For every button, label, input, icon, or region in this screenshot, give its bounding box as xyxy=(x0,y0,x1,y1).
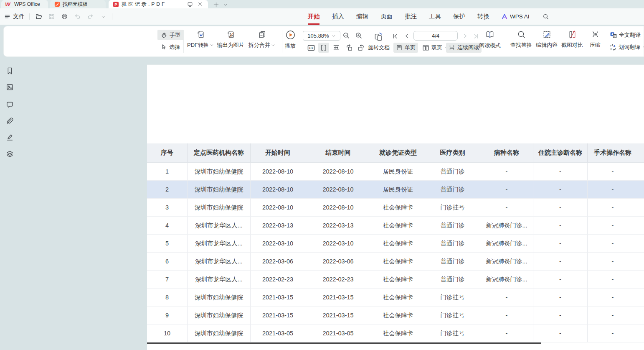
table-row: 5深圳市龙华区人...2022-03-102022-03-10社会保障卡普通门诊… xyxy=(147,235,644,253)
table-cell: - xyxy=(588,253,638,270)
zoom-level-select[interactable]: 105.88% xyxy=(303,31,340,41)
hand-tool-label: 手型 xyxy=(170,31,180,39)
prev-page-button[interactable] xyxy=(403,32,411,40)
rotate-left-button[interactable] xyxy=(344,43,355,53)
table-cell: - xyxy=(533,217,588,234)
select-tool-button[interactable]: 选择 xyxy=(157,42,184,52)
single-page-icon xyxy=(396,44,403,51)
table-row: 7深圳市龙华区人...2022-02-232022-02-23社会保障卡普通门诊… xyxy=(147,271,644,289)
menu-edit[interactable]: 编辑 xyxy=(356,12,369,21)
zoom-out-button[interactable] xyxy=(342,32,350,39)
replace-pages-button[interactable] xyxy=(373,31,384,42)
pdf-page[interactable]: 序号定点医药机构名称开始时间结束时间就诊凭证类型医疗类别病种名称住院主诊断名称手… xyxy=(147,64,644,350)
find-replace-button[interactable]: 查找替换 xyxy=(509,30,534,49)
actual-size-button[interactable]: 1:1 xyxy=(306,43,317,53)
tab-document-active[interactable]: P 就医记录.PDF xyxy=(109,0,208,8)
menu-insert[interactable]: 插入 xyxy=(332,12,345,21)
table-bottom-border xyxy=(147,342,541,344)
new-tab-button[interactable] xyxy=(212,1,220,8)
screenshot-compare-button[interactable]: 截图对比 xyxy=(560,30,585,49)
table-row: 3深圳市妇幼保健院2022-08-102022-08-10社会保障卡门诊挂号--… xyxy=(147,199,644,217)
menu-convert[interactable]: 转换 xyxy=(477,12,490,21)
zoom-in-button[interactable] xyxy=(355,32,363,39)
svg-text:P: P xyxy=(114,2,117,7)
thumbnail-icon[interactable] xyxy=(5,82,14,92)
bookmark-icon[interactable] xyxy=(5,66,14,75)
comment-icon[interactable] xyxy=(5,100,14,109)
wps-ai-button[interactable]: WPS AI xyxy=(501,13,530,20)
divider xyxy=(183,30,184,53)
zoom-in-icon xyxy=(355,32,363,39)
signature-icon[interactable] xyxy=(5,133,14,142)
read-mode-label: 阅读模式 xyxy=(479,42,501,49)
play-button[interactable]: 播放 xyxy=(279,30,301,50)
read-mode-button[interactable]: 阅读模式 xyxy=(478,30,502,49)
table-cell: 深圳市妇幼保健院 xyxy=(188,307,251,324)
column-header: 医疗类别 xyxy=(425,143,480,162)
close-icon[interactable] xyxy=(196,0,204,8)
redo-button[interactable] xyxy=(86,13,94,21)
word-translate-button[interactable]: Ax 划词翻译 xyxy=(606,42,644,52)
fit-width-icon xyxy=(332,44,340,51)
export-image-button[interactable]: 输出为图片 xyxy=(216,30,246,49)
rotate-document-button[interactable]: 旋转文档 xyxy=(365,43,392,53)
attachment-icon[interactable] xyxy=(5,116,14,125)
compress-button[interactable]: 压缩 xyxy=(586,30,605,49)
table-cell: 社会保障卡 xyxy=(371,199,425,216)
rotate-left-icon xyxy=(345,44,353,51)
search-icon[interactable] xyxy=(542,13,550,21)
table-cell: 社会保障卡 xyxy=(371,324,425,342)
menu-protect[interactable]: 保护 xyxy=(453,12,466,21)
table-cell: - xyxy=(533,163,588,180)
hand-tool-button[interactable]: 手型 xyxy=(157,30,184,40)
table-row: 4深圳市龙华区人...2022-03-132022-03-13社会保障卡普通门诊… xyxy=(147,217,644,235)
menu-page[interactable]: 页面 xyxy=(380,12,393,21)
menu-tools[interactable]: 工具 xyxy=(428,12,441,21)
quick-toolbar-chevron-icon[interactable] xyxy=(99,13,107,21)
table-cell: 深圳市妇幼保健院 xyxy=(188,289,251,306)
tab-list-chevron-icon[interactable] xyxy=(221,1,229,8)
window-icon[interactable] xyxy=(186,0,194,8)
table-cell: 门诊挂号 xyxy=(425,199,480,216)
chevron-down-icon xyxy=(210,43,214,47)
pdf-convert-label: PDF转换 xyxy=(187,41,209,49)
table-cell: 2021-03-05 xyxy=(251,324,305,342)
svg-text:x: x xyxy=(611,47,612,50)
table-header-row: 序号定点医药机构名称开始时间结束时间就诊凭证类型医疗类别病种名称住院主诊断名称手… xyxy=(147,143,644,163)
table-cell: 社会保障卡 xyxy=(371,289,425,306)
tab-docer-templates[interactable]: 找稻壳模板 xyxy=(50,0,106,8)
next-page-button[interactable] xyxy=(461,32,469,40)
page-number-input[interactable]: 4/4 xyxy=(413,31,458,41)
fit-page-icon xyxy=(320,44,327,51)
table-cell: 2022-08-10 xyxy=(305,163,371,180)
table-row: 1深圳市妇幼保健院2022-08-102022-08-10居民身份证普通门诊--… xyxy=(147,163,644,181)
print-button[interactable] xyxy=(60,13,68,21)
first-page-button[interactable] xyxy=(391,32,398,40)
fit-page-button[interactable] xyxy=(318,43,329,53)
table-cell: 普通门诊 xyxy=(425,271,480,288)
continuous-read-button[interactable]: 连续阅读 xyxy=(446,43,482,53)
tab-wps-office[interactable]: W WPS Office xyxy=(1,0,48,8)
full-translate-button[interactable]: A文 全文翻译 xyxy=(606,30,644,40)
table-body: 1深圳市妇幼保健院2022-08-102022-08-10居民身份证普通门诊--… xyxy=(147,163,644,342)
column-header: 定点医药机构名称 xyxy=(188,143,251,162)
select-cursor-icon xyxy=(161,44,167,50)
table-cell: 8 xyxy=(147,289,188,306)
table-cell: 深圳市妇幼保健院 xyxy=(188,163,251,180)
split-merge-button[interactable]: 拆分合并 xyxy=(247,30,276,49)
chevron-down-icon xyxy=(271,43,275,47)
layers-icon[interactable] xyxy=(5,149,14,158)
undo-button[interactable] xyxy=(73,13,81,21)
menu-annotate[interactable]: 批注 xyxy=(404,12,417,21)
save-button[interactable] xyxy=(47,13,56,21)
column-header: 就诊凭证类型 xyxy=(371,143,425,162)
single-page-button[interactable]: 单页 xyxy=(393,43,418,53)
open-file-button[interactable] xyxy=(34,13,43,21)
pdf-convert-button[interactable]: PDF转换 xyxy=(187,30,214,49)
compress-icon xyxy=(591,30,600,39)
ribbon-menus: 开始 插入 编辑 页面 批注 工具 保护 转换 WPS AI xyxy=(307,8,550,25)
edit-content-button[interactable]: 编辑内容 xyxy=(534,30,559,49)
menu-start[interactable]: 开始 xyxy=(307,12,320,21)
fit-width-button[interactable] xyxy=(331,43,342,53)
file-menu-button[interactable]: 文件 xyxy=(4,13,25,20)
